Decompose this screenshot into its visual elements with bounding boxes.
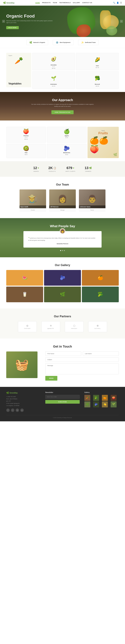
fruit-apples-card[interactable]: 🍏 Apples $4.00 xyxy=(47,127,87,143)
corn-name: Corn xyxy=(96,65,99,66)
contact-title: Get in Touch xyxy=(6,345,119,348)
footer-address1: Aeon, Apt 272Elake- xyxy=(6,398,41,400)
artichokes-image: 🌱 xyxy=(49,74,58,83)
contact-firstname-input[interactable] xyxy=(45,352,81,356)
veg-broccoli-card[interactable]: 🥦 Broccoli $25.00 xyxy=(76,71,119,89)
gallery-item-4[interactable]: 🥛 xyxy=(6,286,43,302)
farmers-icon: 🌿 xyxy=(89,167,92,169)
broccoli-price: $25.00 xyxy=(96,86,99,87)
partner-1-name: PARTNER xyxy=(24,328,30,329)
partner-2[interactable]: ★ QUALITY xyxy=(41,321,60,332)
feature-natural: 🌿 Natural & Organic xyxy=(26,40,48,45)
fruits-left-grid: 🍑 Peaches $11.00 $26.00 🍏 Apples $4.00 🥝… xyxy=(6,127,87,158)
gallery-title: Our Gallery xyxy=(6,264,119,267)
leaf-icon: 🌿 xyxy=(3,2,6,4)
stat-clients-number: 679 ♥ xyxy=(65,166,75,170)
avocados-name: Avocados xyxy=(51,64,57,66)
blueberries-name: Blueberries xyxy=(63,152,70,154)
gallery-item-2[interactable]: 🫐 xyxy=(44,270,81,286)
testimonials-title: What People Say xyxy=(6,224,119,228)
footer-grid: 🌿 GreenDay +1 555-702-1664 Aeon, Apt 272… xyxy=(6,392,119,412)
footer-gallery-6[interactable]: 🫐 xyxy=(93,402,99,408)
hero-prev-button[interactable]: ‹ xyxy=(2,20,5,23)
fruit-kiwi-card[interactable]: 🥝 Kiwi $8.00 xyxy=(6,144,46,158)
team-section: Our Team 👨‍🌾 Ryan Smith Founder 👩 Jill P… xyxy=(0,177,125,218)
footer-gallery-4[interactable]: 🍑 xyxy=(111,395,117,401)
nav-testimonials[interactable]: Testimonials xyxy=(59,2,71,4)
testimonial-dot-3[interactable] xyxy=(64,250,65,251)
contact-form[interactable]: SEND xyxy=(45,352,119,380)
clients-icon: ♥ xyxy=(73,167,74,169)
gallery-item-6[interactable]: 🥦 xyxy=(82,286,119,302)
partner-2-logo: ★ xyxy=(50,324,52,327)
team-member-2-photo: 👩 Jill Peterson xyxy=(49,190,76,208)
fruits-main-card: fresh Fruits 🍊🍊🍑 🌿 xyxy=(88,127,119,158)
contact-subject-input[interactable] xyxy=(45,358,119,362)
stat-farmers-number: 13 🌿 xyxy=(85,166,92,170)
apples-name: Apples xyxy=(65,135,69,136)
team-member-1-info: Founder xyxy=(19,208,46,212)
footer: 🌿 GreenDay +1 555-702-1664 Aeon, Apt 272… xyxy=(0,387,125,421)
nav-team[interactable]: Team xyxy=(53,2,57,4)
partner-1[interactable]: ✿ PARTNER xyxy=(18,321,37,332)
fruits-big-image: 🍊🍊🍑 xyxy=(90,136,117,154)
gallery-item-5[interactable]: 🌿 xyxy=(44,286,81,302)
footer-address3: 3730 Crystal Springs Dr. xyxy=(6,402,41,404)
footer-contact: +1 555-702-1664 Aeon, Apt 272Elake- port… xyxy=(6,396,41,407)
team-member-2[interactable]: 👩 Jill Peterson Manager xyxy=(49,190,76,212)
footer-gallery-2[interactable]: 🥦 xyxy=(93,395,99,401)
hero-next-button[interactable]: › xyxy=(120,20,123,23)
gallery-grid: 🍉 🫐 🍊 🥛 🌿 🥦 xyxy=(6,270,119,302)
stat-awards-label: Awards xyxy=(33,171,39,172)
contact-lastname-input[interactable] xyxy=(83,352,119,356)
gallery-item-3[interactable]: 🍊 xyxy=(82,270,119,286)
footer-gallery-grid: 🥕 🥦 🍊 🍑 🌿 🫐 🍋 🌱 xyxy=(84,395,119,408)
footer-gallery-8[interactable]: 🌱 xyxy=(111,402,117,408)
hero-section: ‹ Organic Food Maurices provides most ou… xyxy=(0,6,125,37)
social-twitter[interactable]: t xyxy=(11,408,14,412)
hero-cta-button[interactable]: READ MORE xyxy=(6,26,19,29)
veg-avocados-card[interactable]: 🥑 Avocados $24.00 $87.50 xyxy=(32,53,75,70)
features-strip: 🌿 Natural & Organic ⚙️ Best Equipment ✨ … xyxy=(0,37,125,48)
veg-corn-card[interactable]: 🌽 Corn $27.95 xyxy=(76,53,119,70)
peaches-price: $26.00 xyxy=(24,139,28,140)
fruit-blueberries-card[interactable]: 🫐 Blueberries $6.00 xyxy=(47,144,87,158)
veg-artichokes-card[interactable]: 🌱 Artichokes $12.50 xyxy=(32,71,75,89)
search-icon[interactable]: 🔍 xyxy=(113,2,115,4)
footer-gallery-1[interactable]: 🥕 xyxy=(84,395,90,401)
testimonial-dot-2[interactable] xyxy=(62,250,63,251)
gallery-item-1[interactable]: 🍉 xyxy=(6,270,43,286)
kiwi-name: Kiwi xyxy=(25,152,27,154)
partner-4[interactable]: ❋ NATURAL xyxy=(88,321,107,332)
partner-3[interactable]: ⬡ ORGANIC xyxy=(65,321,84,332)
team-member-1[interactable]: 👨‍🌾 Ryan Smith Founder xyxy=(19,190,46,212)
footer-gallery-3[interactable]: 🍊 xyxy=(102,395,108,401)
social-linkedin[interactable]: in xyxy=(16,408,19,412)
newsletter-input[interactable] xyxy=(45,395,80,399)
team-member-3-avatar: 👨 xyxy=(88,194,97,203)
team-member-3[interactable]: 👨 Unknown Name Farmer xyxy=(79,190,106,212)
social-facebook[interactable]: f xyxy=(6,408,10,412)
testimonial-avatar: 👩 xyxy=(60,228,65,234)
newsletter-button[interactable]: SUBSCRIBE xyxy=(45,400,80,404)
social-pinterest[interactable]: p xyxy=(20,408,24,412)
nav-logo[interactable]: 🌿 GreenDay xyxy=(3,2,14,4)
footer-gallery-7[interactable]: 🍋 xyxy=(102,402,108,408)
testimonial-dot-1[interactable] xyxy=(60,250,61,251)
avocados-image: 🥑 xyxy=(49,54,58,64)
menu-icon[interactable]: ☰ xyxy=(120,2,122,4)
contact-submit-button[interactable]: SEND xyxy=(45,376,57,380)
nav-products[interactable]: Products xyxy=(42,2,51,4)
user-icon[interactable]: 👤 xyxy=(117,2,119,4)
approach-cta-button[interactable]: VIEW PRESENTATION xyxy=(51,110,73,114)
contact-message-input[interactable] xyxy=(45,363,119,374)
partners-title: Our Partners xyxy=(6,315,119,318)
footer-gallery-5[interactable]: 🌿 xyxy=(84,402,90,408)
kiwi-image: 🥝 xyxy=(23,146,29,151)
fruit-peaches-card[interactable]: 🍑 Peaches $11.00 $26.00 xyxy=(6,127,46,143)
nav-contact[interactable]: Contact Us xyxy=(82,2,92,4)
testimonial-author: Samantha Peterson xyxy=(28,243,97,244)
contact-basket-image: 🧺 xyxy=(6,352,37,378)
nav-home[interactable]: Home xyxy=(35,2,40,4)
nav-gallery[interactable]: Gallery xyxy=(73,2,80,4)
